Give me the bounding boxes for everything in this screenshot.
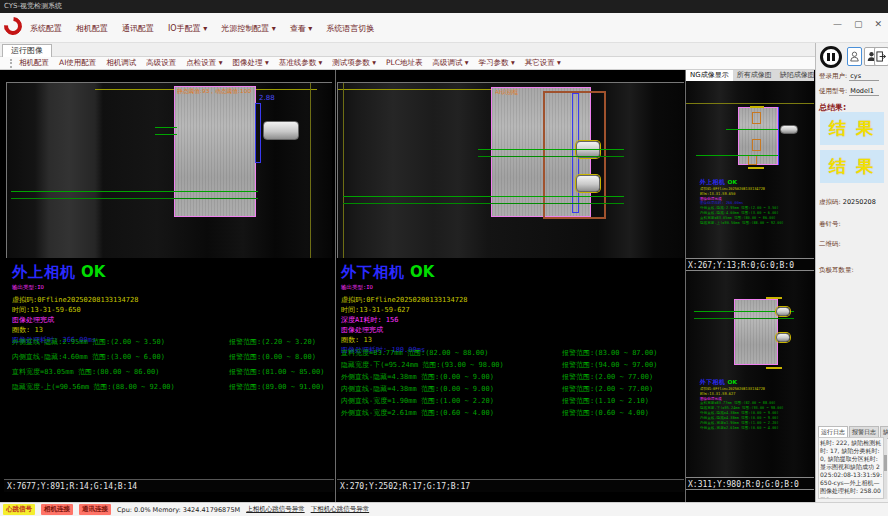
close-icon[interactable]: ✕: [874, 19, 882, 29]
menu-io-config[interactable]: IO手配置 ▾: [168, 23, 207, 34]
center-camera-pixel-coords: X:270;Y:2502;R:17;G:17;B:17: [337, 479, 684, 492]
tool-image-processing[interactable]: 图像处理 ▾: [233, 58, 269, 68]
tool-spotcheck-settings[interactable]: 点检设置 ▾: [186, 58, 222, 68]
yellow-mini-label: [750, 106, 764, 108]
center-camera-view[interactable]: AI识别框 外下相机 OK 输出类型:IO 虚拟码:0Ffline2025020…: [337, 70, 684, 502]
log-text-area[interactable]: 耗时: 222, 缺陷检测耗时: 17, 缺陷分类耗时: 0, 缺陷提取分区耗时…: [818, 437, 884, 499]
measure-row: 隐藏宽度-上(=90.56mm 范围:(88.00 ~ 92.00): [12, 382, 175, 392]
output-type-line: 输出类型:IO: [341, 282, 467, 292]
rounds-line: 圈数: 13: [341, 335, 467, 345]
green-guide-line: [478, 156, 624, 157]
menu-language-switch[interactable]: 系统语言切换: [326, 23, 374, 34]
green-guide-line: [155, 134, 177, 135]
alarm-range: 报警范围:(2.00 ~ 77.00): [562, 384, 653, 394]
log-scrollbar-thumb[interactable]: [884, 455, 887, 471]
alarm-range: 报警范围:(1.10 ~ 2.10): [562, 396, 649, 406]
green-guide-line: [694, 318, 794, 319]
tool-plc-address-table[interactable]: PLC地址表: [386, 58, 422, 68]
maximize-icon[interactable]: ▢: [854, 19, 863, 29]
tool-learning-params[interactable]: 学习参数 ▾: [479, 58, 515, 68]
login-user-value[interactable]: cys: [849, 72, 879, 81]
defect-box: [752, 112, 761, 124]
tab-metal-piece: [776, 333, 790, 342]
minimize-icon[interactable]: —: [833, 19, 842, 29]
model-label: 使用型号:: [819, 87, 847, 95]
tool-ai-use-config[interactable]: AI使用配置: [59, 58, 96, 68]
pause-bar-icon: [827, 53, 830, 61]
model-value[interactable]: Model1: [849, 87, 879, 96]
barcode-label: 虚拟码:: [819, 198, 841, 206]
result-display-lower: 结 果: [820, 150, 884, 183]
blue-measure-line: [778, 107, 779, 165]
rounds-line: 圈数: 13: [12, 325, 138, 335]
login-user-button[interactable]: [847, 47, 862, 66]
log-scrollbar[interactable]: [884, 437, 887, 499]
left-camera-ok-status: OK: [81, 263, 105, 281]
measure-row: 隐藏宽度-下(=95.24mm 范围:(93.00 ~ 98.00): [341, 360, 504, 370]
pause-button[interactable]: [820, 46, 842, 68]
app-window: CYS-视觉检测系统 系统配置 相机配置 通讯配置 IO手配置 ▾ 光源控制配置…: [0, 0, 888, 516]
threshold-overlay-label: 静态阈值:93，动态阈值:100: [177, 87, 251, 95]
ai-elapsed-line: 深度AI耗时: 156: [341, 315, 467, 325]
center-camera-image: AI识别框: [337, 82, 684, 258]
menubar: 系统配置 相机配置 通讯配置 IO手配置 ▾ 光源控制配置 ▾ 查看 ▾ 系统语…: [0, 13, 888, 43]
yellow-guide-line: [686, 103, 814, 104]
tab-run-image[interactable]: 运行图像: [2, 44, 52, 57]
barcode-field: 虚拟码: 20250208: [819, 198, 876, 207]
pause-bar-icon: [832, 53, 835, 61]
measure-row: 直料宽度=83.77mm 范围:(82.00 ~ 88.00): [341, 348, 488, 358]
measure-row: 直料宽度=83.05mm 范围:(80.00 ~ 86.00): [12, 367, 159, 377]
status-bar: 心跳信号 相机连接 通讯连接 Cpu: 0.0% Memory: 3424.41…: [0, 502, 888, 516]
output-type-line: 输出类型:IO: [12, 282, 138, 292]
tool-test-item-params[interactable]: 测试项参数 ▾: [332, 58, 376, 68]
view-divider[interactable]: [335, 70, 336, 502]
barcode-line: 虚拟码:0Ffline20250208133134728: [341, 295, 467, 305]
green-guide-line: [478, 149, 624, 150]
cpu-memory-status: Cpu: 0.0% Memory: 3424.41796875M: [117, 506, 240, 514]
menu-light-config[interactable]: 光源控制配置 ▾: [221, 23, 276, 34]
result-display-upper: 结 果: [820, 112, 884, 145]
yellow-guide-line: [310, 83, 311, 258]
time-line: 时间:13-31-59-650: [12, 305, 138, 315]
mini-ok-status: OK: [727, 178, 737, 185]
menu-camera-config[interactable]: 相机配置: [76, 23, 108, 34]
login-user-label: 登录用户:: [819, 72, 847, 80]
alarm-range: 报警范围:(2.00 ~ 77.00): [562, 372, 653, 382]
ng-tab-bar: NG成像显示 所有成像图 缺陷成像图: [686, 70, 814, 81]
menu-view[interactable]: 查看 ▾: [290, 23, 313, 34]
menu-comm-config[interactable]: 通讯配置: [122, 23, 154, 34]
app-logo-icon: [0, 13, 25, 38]
tool-camera-config[interactable]: 相机配置: [19, 58, 49, 68]
measure-row: 内侧直线-隐藏=4.38mm 范围:(0.00 ~ 9.00): [341, 384, 494, 394]
toolbar-grip[interactable]: [10, 59, 13, 68]
alarm-range: 报警范围:(83.00 ~ 87.00): [562, 348, 657, 358]
measure-row: 外侧直线-隐藏=4.38mm 范围:(0.00 ~ 9.00): [341, 372, 494, 382]
center-camera-ok-status: OK: [410, 263, 434, 281]
measure-row: 外侧直线-隐藏:2.95mm 范围:(2.00 ~ 3.50): [12, 337, 165, 347]
ng-mini-view-lower[interactable]: 外下相机 OK 虚拟码:0Ffline20250208133134728 时间:…: [686, 271, 814, 477]
green-guide-line: [696, 155, 778, 156]
left-camera-view[interactable]: 静态阈值:93，动态阈值:100 2.88 外上相机 OK 输出类型:IO 虚拟…: [4, 70, 334, 502]
ng-mini-view-upper[interactable]: 外上相机 OK 虚拟码:0Ffline20250208133134728 时间:…: [686, 81, 814, 258]
tab-all-images[interactable]: 所有成像图: [733, 70, 776, 81]
upper-camera-heartbeat-warning: 上相机心跳信号异常: [246, 505, 305, 514]
defect-box: [748, 155, 757, 165]
yellow-mini-label: [748, 167, 764, 169]
tab-metal-piece: [780, 125, 798, 134]
ng-upper-pixel-coords: X:267;Y:13;R:0;G:0;B:0: [686, 258, 814, 271]
electrode-region: [734, 299, 778, 365]
tool-camera-debug[interactable]: 相机调试: [106, 58, 136, 68]
alarm-range: 报警范围:(81.00 ~ 85.00): [229, 367, 324, 377]
barcode-line: 虚拟码:0Ffline20250208133134728: [12, 295, 138, 305]
green-guide-line: [343, 196, 624, 197]
tool-advanced-debug[interactable]: 高级调试 ▾: [432, 58, 468, 68]
measure-row: 外侧直线-宽度=2.61mm 范围:(0.60 ~ 4.00): [341, 408, 494, 418]
menu-system-config[interactable]: 系统配置: [30, 23, 62, 34]
tool-baseline-params[interactable]: 基准线参数 ▾: [279, 58, 323, 68]
tab-ng-image[interactable]: NG成像显示: [686, 70, 733, 81]
exit-button[interactable]: [874, 47, 888, 66]
tab-defect-images[interactable]: 缺陷成像图: [776, 70, 819, 81]
tool-advanced-settings[interactable]: 高级设置: [146, 58, 176, 68]
green-guide-line: [11, 198, 258, 199]
tool-other-settings[interactable]: 其它设置 ▾: [525, 58, 561, 68]
